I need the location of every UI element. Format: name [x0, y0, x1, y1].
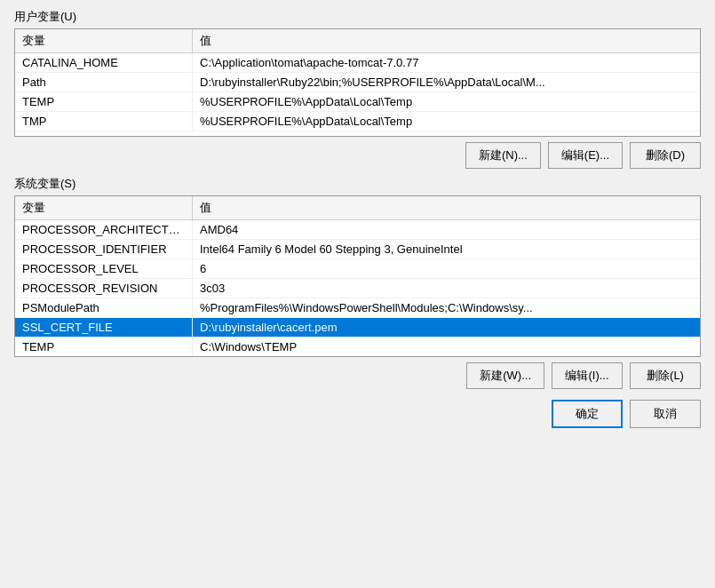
system-button-row: 新建(W)... 编辑(I)... 删除(L) — [14, 362, 701, 389]
cancel-button[interactable]: 取消 — [630, 400, 701, 428]
user-table-header: 变量 值 — [15, 29, 700, 53]
user-variables-table: 变量 值 CATALINA_HOME C:\Application\tomat\… — [14, 28, 701, 137]
cell-var: SSL_CERT_FILE — [15, 318, 193, 337]
cell-var: TEMP — [15, 92, 193, 111]
table-row[interactable]: PROCESSOR_IDENTIFIER Intel64 Family 6 Mo… — [15, 240, 700, 259]
cell-var: TMP — [15, 112, 193, 131]
user-header-var: 变量 — [15, 29, 193, 52]
cell-var: PROCESSOR_IDENTIFIER — [15, 240, 193, 258]
cell-var: PROCESSOR_ARCHITECTURE — [15, 220, 193, 239]
system-variables-section: 系统变量(S) 变量 值 PROCESSOR_ARCHITECTURE AMD6… — [14, 176, 701, 389]
table-row[interactable]: TEMP %USERPROFILE%\AppData\Local\Temp — [15, 92, 700, 112]
table-row[interactable]: CATALINA_HOME C:\Application\tomat\apach… — [15, 53, 700, 73]
table-row[interactable]: SSL_CERT_FILE D:\rubyinstaller\cacert.pe… — [15, 318, 700, 338]
table-row[interactable]: PROCESSOR_ARCHITECTURE AMD64 — [15, 220, 700, 240]
cell-var: Path — [15, 73, 193, 91]
table-row[interactable]: PROCESSOR_LEVEL 6 — [15, 259, 700, 279]
user-variables-section: 用户变量(U) 变量 值 CATALINA_HOME C:\Applicatio… — [14, 9, 701, 169]
system-table-body: PROCESSOR_ARCHITECTURE AMD64 PROCESSOR_I… — [15, 220, 700, 356]
table-row[interactable]: PSModulePath %ProgramFiles%\WindowsPower… — [15, 298, 700, 318]
cell-var: PROCESSOR_LEVEL — [15, 259, 193, 278]
cell-val: 6 — [193, 259, 700, 278]
table-row[interactable]: TMP %USERPROFILE%\AppData\Local\Temp — [15, 112, 700, 131]
user-header-val: 值 — [193, 29, 700, 52]
cell-val: 3c03 — [193, 279, 700, 298]
cell-var: CATALINA_HOME — [15, 53, 193, 72]
system-section-label: 系统变量(S) — [14, 176, 701, 192]
cell-val: D:\rubyinstaller\cacert.pem — [193, 318, 700, 337]
bottom-buttons: 确定 取消 — [14, 400, 701, 428]
user-delete-button[interactable]: 删除(D) — [630, 142, 701, 169]
cell-val: %ProgramFiles%\WindowsPowerShell\Modules… — [193, 298, 700, 317]
system-edit-button[interactable]: 编辑(I)... — [552, 362, 623, 389]
table-row[interactable]: TEMP C:\Windows\TEMP — [15, 338, 700, 356]
cell-val: AMD64 — [193, 220, 700, 239]
cell-val: C:\Application\tomat\apache-tomcat-7.0.7… — [193, 53, 700, 72]
cell-var: PROCESSOR_REVISION — [15, 279, 193, 298]
table-row[interactable]: Path D:\rubyinstaller\Ruby22\bin;%USERPR… — [15, 73, 700, 92]
cell-val: %USERPROFILE%\AppData\Local\Temp — [193, 112, 700, 131]
user-button-row: 新建(N)... 编辑(E)... 删除(D) — [14, 142, 701, 169]
system-delete-button[interactable]: 删除(L) — [630, 362, 701, 389]
user-new-button[interactable]: 新建(N)... — [465, 142, 541, 169]
system-variables-table: 变量 值 PROCESSOR_ARCHITECTURE AMD64 PROCES… — [14, 195, 701, 357]
user-table-body: CATALINA_HOME C:\Application\tomat\apach… — [15, 53, 700, 136]
cell-var: TEMP — [15, 338, 193, 356]
system-header-var: 变量 — [15, 196, 193, 219]
cell-val: %USERPROFILE%\AppData\Local\Temp — [193, 92, 700, 111]
cell-val: Intel64 Family 6 Model 60 Stepping 3, Ge… — [193, 240, 700, 258]
cell-var: PSModulePath — [15, 298, 193, 317]
user-section-label: 用户变量(U) — [14, 9, 701, 25]
cell-val: C:\Windows\TEMP — [193, 338, 700, 356]
cell-val: D:\rubyinstaller\Ruby22\bin;%USERPROFILE… — [193, 73, 700, 91]
system-header-val: 值 — [193, 196, 700, 219]
environment-variables-dialog: 用户变量(U) 变量 值 CATALINA_HOME C:\Applicatio… — [0, 0, 715, 588]
system-new-button[interactable]: 新建(W)... — [466, 362, 544, 389]
system-table-header: 变量 值 — [15, 196, 700, 220]
table-row[interactable]: PROCESSOR_REVISION 3c03 — [15, 279, 700, 298]
ok-button[interactable]: 确定 — [552, 400, 623, 428]
user-edit-button[interactable]: 编辑(E)... — [548, 142, 623, 169]
